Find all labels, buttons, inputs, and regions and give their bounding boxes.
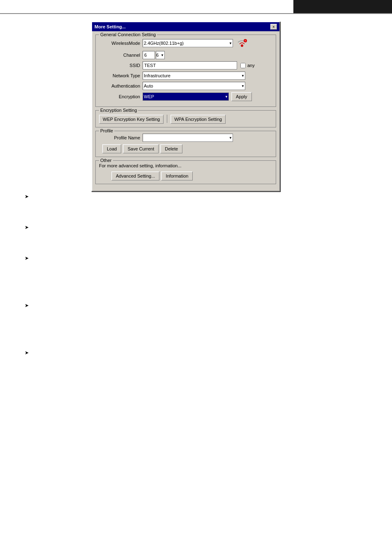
profile-name-label: Profile Name — [99, 135, 140, 140]
encryption-row: Encryption WEP None TKIP AES ▼ Apply — [99, 92, 272, 101]
top-rule — [0, 13, 392, 14]
save-current-button[interactable]: Save Current — [123, 144, 159, 153]
delete-button[interactable]: Delete — [160, 144, 182, 153]
network-type-select-wrapper[interactable]: Infrastructure Ad-Hoc ▼ — [143, 72, 245, 80]
authentication-select[interactable]: Auto Open System Shared Key WPA WPA-PSK … — [143, 82, 245, 90]
profile-buttons: Load Save Current Delete — [99, 144, 272, 153]
channel-input[interactable] — [143, 51, 155, 59]
svg-point-0 — [241, 44, 243, 47]
ssid-any-checkbox[interactable] — [240, 63, 246, 68]
information-button[interactable]: Information — [161, 171, 193, 180]
tab-separator — [167, 115, 167, 123]
wireless-mode-label: WirelessMode — [99, 41, 140, 46]
bullet-arrow-2: ➤ — [25, 224, 29, 230]
other-group: Other For more advanced setting, informa… — [95, 160, 276, 184]
load-button[interactable]: Load — [102, 144, 121, 153]
dialog-title: More Setting... — [95, 24, 126, 29]
profile-name-select-wrapper[interactable]: ▼ — [143, 134, 233, 142]
bullet-arrow-1: ➤ — [25, 194, 29, 199]
encryption-tab-strip: WEP Encryption Key Setting WPA Encryptio… — [99, 115, 272, 124]
ssid-row: SSID any — [99, 61, 272, 69]
dialog-content: General Connection Setting WirelessMode … — [92, 31, 279, 191]
wireless-icon — [235, 37, 249, 49]
more-setting-dialog: More Setting... × General Connection Set… — [91, 21, 280, 192]
encryption-label: Encryption — [99, 94, 140, 99]
wireless-mode-select-wrapper[interactable]: 2.4GHz(802.11b+g) 2.4GHz(802.11b) 2.4GHz… — [143, 39, 233, 47]
profile-name-row: Profile Name ▼ — [99, 134, 272, 142]
ssid-any-label: any — [247, 63, 255, 68]
other-label: Other — [99, 158, 113, 163]
bullet-3: ➤ — [25, 255, 367, 261]
ssid-input[interactable] — [143, 61, 237, 69]
dialog-titlebar: More Setting... × — [92, 22, 279, 31]
bullet-4: ➤ — [25, 302, 367, 308]
bullet-arrow-5: ➤ — [25, 350, 29, 356]
bullet-1: ➤ — [25, 193, 367, 199]
other-buttons: Advanced Setting... Information — [99, 171, 272, 180]
general-connection-label: General Connection Setting — [99, 32, 157, 37]
authentication-select-wrapper[interactable]: Auto Open System Shared Key WPA WPA-PSK … — [143, 82, 245, 90]
bullet-arrow-4: ➤ — [25, 303, 29, 308]
channel-row: Channel 6 ▼ — [99, 51, 272, 59]
encryption-setting-group: Encryption Setting WEP Encryption Key Se… — [95, 110, 276, 127]
channel-select-wrapper[interactable]: 6 ▼ — [156, 51, 165, 59]
encryption-select-wrapper[interactable]: WEP None TKIP AES ▼ — [143, 92, 229, 101]
bullet-2: ➤ — [25, 224, 367, 230]
encryption-select[interactable]: WEP None TKIP AES — [143, 92, 229, 101]
channel-select[interactable]: 6 — [156, 51, 165, 59]
bullet-5: ➤ — [25, 349, 367, 356]
wpa-tab-button[interactable]: WPA Encryption Setting — [171, 115, 226, 124]
network-type-row: Network Type Infrastructure Ad-Hoc ▼ — [99, 72, 272, 80]
authentication-label: Authentication — [99, 83, 140, 88]
svg-point-2 — [244, 40, 246, 42]
general-connection-group: General Connection Setting WirelessMode … — [95, 35, 276, 107]
advanced-setting-button[interactable]: Advanced Setting... — [111, 171, 159, 180]
dialog-close-button[interactable]: × — [270, 24, 277, 30]
wep-tab-button[interactable]: WEP Encryption Key Setting — [99, 115, 164, 124]
ssid-label: SSID — [99, 63, 140, 68]
authentication-row: Authentication Auto Open System Shared K… — [99, 82, 272, 90]
bullet-arrow-3: ➤ — [25, 255, 29, 261]
network-type-select[interactable]: Infrastructure Ad-Hoc — [143, 72, 245, 80]
apply-button[interactable]: Apply — [231, 92, 252, 101]
channel-label: Channel — [99, 53, 140, 58]
network-type-label: Network Type — [99, 73, 140, 78]
other-text: For more advanced setting, information..… — [99, 163, 272, 168]
wireless-mode-row: WirelessMode 2.4GHz(802.11b+g) 2.4GHz(80… — [99, 37, 272, 49]
top-bar — [293, 0, 392, 13]
profile-label: Profile — [99, 128, 114, 133]
wireless-mode-select[interactable]: 2.4GHz(802.11b+g) 2.4GHz(802.11b) 2.4GHz… — [143, 39, 233, 47]
bullets-section: ➤ ➤ ➤ ➤ ➤ — [25, 193, 367, 365]
profile-group: Profile Profile Name ▼ Load Save Current… — [95, 131, 276, 157]
encryption-setting-label: Encryption Setting — [99, 108, 138, 113]
profile-name-select[interactable] — [143, 134, 233, 142]
